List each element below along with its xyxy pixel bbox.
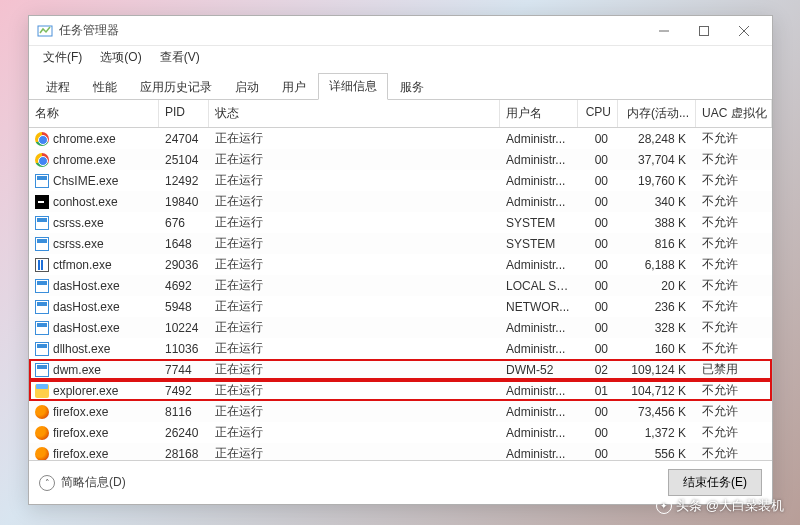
process-row[interactable]: csrss.exe1648正在运行SYSTEM00816 K不允许 — [29, 233, 772, 254]
process-name: conhost.exe — [53, 195, 118, 209]
col-header-pid[interactable]: PID — [159, 100, 209, 127]
tab-1[interactable]: 性能 — [82, 74, 128, 100]
process-name: dwm.exe — [53, 363, 101, 377]
process-name: csrss.exe — [53, 237, 104, 251]
process-pid: 10224 — [159, 321, 209, 335]
process-row[interactable]: csrss.exe676正在运行SYSTEM00388 K不允许 — [29, 212, 772, 233]
process-cpu: 00 — [578, 258, 618, 272]
process-row[interactable]: dasHost.exe10224正在运行Administr...00328 K不… — [29, 317, 772, 338]
process-name: firefox.exe — [53, 426, 108, 440]
process-list[interactable]: chrome.exe24704正在运行Administr...0028,248 … — [29, 128, 772, 460]
process-user: SYSTEM — [500, 216, 578, 230]
process-name: chrome.exe — [53, 153, 116, 167]
tab-3[interactable]: 启动 — [224, 74, 270, 100]
process-pid: 4692 — [159, 279, 209, 293]
process-row[interactable]: firefox.exe26240正在运行Administr...001,372 … — [29, 422, 772, 443]
process-status: 正在运行 — [209, 256, 500, 273]
process-memory: 6,188 K — [618, 258, 696, 272]
chevron-up-icon: ˄ — [39, 475, 55, 491]
process-row[interactable]: dasHost.exe5948正在运行NETWOR...00236 K不允许 — [29, 296, 772, 317]
maximize-button[interactable] — [684, 17, 724, 45]
process-memory: 19,760 K — [618, 174, 696, 188]
process-icon — [35, 153, 49, 167]
tab-6[interactable]: 服务 — [389, 74, 435, 100]
process-icon — [35, 447, 49, 461]
process-user: Administr... — [500, 447, 578, 461]
process-pid: 7744 — [159, 363, 209, 377]
title-bar[interactable]: 任务管理器 — [29, 16, 772, 46]
minimize-button[interactable] — [644, 17, 684, 45]
col-header-memory[interactable]: 内存(活动... — [618, 100, 696, 127]
process-status: 正在运行 — [209, 172, 500, 189]
tab-0[interactable]: 进程 — [35, 74, 81, 100]
process-uac: 不允许 — [696, 445, 772, 460]
process-icon — [35, 279, 49, 293]
process-memory: 340 K — [618, 195, 696, 209]
process-row[interactable]: firefox.exe28168正在运行Administr...00556 K不… — [29, 443, 772, 460]
process-cpu: 00 — [578, 174, 618, 188]
process-status: 正在运行 — [209, 382, 500, 399]
menu-item-2[interactable]: 查看(V) — [152, 47, 208, 68]
process-memory: 236 K — [618, 300, 696, 314]
process-row[interactable]: conhost.exe19840正在运行Administr...00340 K不… — [29, 191, 772, 212]
tab-2[interactable]: 应用历史记录 — [129, 74, 223, 100]
process-row[interactable]: explorer.exe7492正在运行Administr...01104,71… — [29, 380, 772, 401]
process-pid: 26240 — [159, 426, 209, 440]
process-name: dllhost.exe — [53, 342, 110, 356]
process-row[interactable]: chrome.exe25104正在运行Administr...0037,704 … — [29, 149, 772, 170]
process-row[interactable]: firefox.exe8116正在运行Administr...0073,456 … — [29, 401, 772, 422]
process-icon — [35, 405, 49, 419]
process-row[interactable]: dllhost.exe11036正在运行Administr...00160 K不… — [29, 338, 772, 359]
process-pid: 1648 — [159, 237, 209, 251]
col-header-name[interactable]: 名称 — [29, 100, 159, 127]
process-status: 正在运行 — [209, 214, 500, 231]
end-task-button[interactable]: 结束任务(E) — [668, 469, 762, 496]
process-uac: 不允许 — [696, 382, 772, 399]
process-row[interactable]: ChsIME.exe12492正在运行Administr...0019,760 … — [29, 170, 772, 191]
process-uac: 不允许 — [696, 151, 772, 168]
tab-5[interactable]: 详细信息 — [318, 73, 388, 100]
process-row[interactable]: dasHost.exe4692正在运行LOCAL SE...0020 K不允许 — [29, 275, 772, 296]
process-pid: 24704 — [159, 132, 209, 146]
svg-rect-2 — [700, 26, 709, 35]
process-uac: 不允许 — [696, 193, 772, 210]
col-header-cpu[interactable]: CPU — [578, 100, 618, 127]
process-icon — [35, 195, 49, 209]
process-pid: 11036 — [159, 342, 209, 356]
process-pid: 28168 — [159, 447, 209, 461]
fewer-details-toggle[interactable]: ˄ 简略信息(D) — [39, 474, 126, 491]
process-cpu: 00 — [578, 426, 618, 440]
process-icon — [35, 174, 49, 188]
menu-item-0[interactable]: 文件(F) — [35, 47, 90, 68]
process-cpu: 00 — [578, 447, 618, 461]
process-status: 正在运行 — [209, 319, 500, 336]
col-header-status[interactable]: 状态 — [209, 100, 500, 127]
tab-4[interactable]: 用户 — [271, 74, 317, 100]
process-user: Administr... — [500, 132, 578, 146]
process-cpu: 00 — [578, 321, 618, 335]
process-cpu: 00 — [578, 279, 618, 293]
process-row[interactable]: dwm.exe7744正在运行DWM-5202109,124 K已禁用 — [29, 359, 772, 380]
process-cpu: 00 — [578, 300, 618, 314]
menu-item-1[interactable]: 选项(O) — [92, 47, 149, 68]
process-memory: 73,456 K — [618, 405, 696, 419]
process-icon — [35, 363, 49, 377]
col-header-user[interactable]: 用户名 — [500, 100, 578, 127]
process-icon — [35, 426, 49, 440]
process-name: firefox.exe — [53, 447, 108, 461]
process-row[interactable]: chrome.exe24704正在运行Administr...0028,248 … — [29, 128, 772, 149]
process-status: 正在运行 — [209, 193, 500, 210]
process-row[interactable]: ctfmon.exe29036正在运行Administr...006,188 K… — [29, 254, 772, 275]
process-user: Administr... — [500, 426, 578, 440]
close-button[interactable] — [724, 17, 764, 45]
process-pid: 7492 — [159, 384, 209, 398]
tab-bar: 进程性能应用历史记录启动用户详细信息服务 — [29, 68, 772, 100]
col-header-uac[interactable]: UAC 虚拟化 — [696, 100, 772, 127]
process-status: 正在运行 — [209, 151, 500, 168]
process-cpu: 00 — [578, 132, 618, 146]
process-icon — [35, 321, 49, 335]
process-memory: 109,124 K — [618, 363, 696, 377]
process-uac: 不允许 — [696, 319, 772, 336]
process-icon — [35, 132, 49, 146]
process-memory: 328 K — [618, 321, 696, 335]
